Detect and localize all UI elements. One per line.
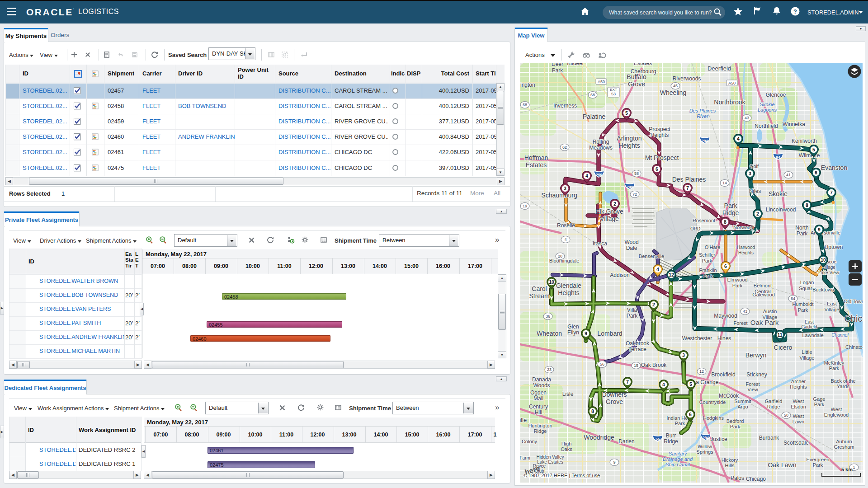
svg-text:Oak Park: Oak Park <box>750 319 779 326</box>
svg-text:Ridge: Ridge <box>722 209 739 216</box>
svg-text:Oaks: Oaks <box>561 446 572 452</box>
svg-text:Villa: Villa <box>627 307 637 313</box>
svg-text:50: 50 <box>784 413 788 418</box>
svg-text:64: 64 <box>791 296 795 301</box>
svg-text:ville: ville <box>520 417 527 423</box>
svg-text:Austin: Austin <box>763 309 777 314</box>
svg-text:West: West <box>793 399 804 404</box>
svg-text:O'Hare: O'Hare <box>705 244 721 250</box>
svg-text:Palos: Palos <box>731 475 744 481</box>
svg-text:Skokie: Skokie <box>760 102 774 107</box>
svg-text:Springs: Springs <box>696 449 713 455</box>
svg-text:41: 41 <box>786 173 791 177</box>
svg-text:Woodridge: Woodridge <box>584 434 614 441</box>
svg-text:Park: Park <box>730 424 741 429</box>
svg-text:Village: Village <box>825 307 840 312</box>
svg-text:North: North <box>795 225 808 231</box>
svg-text:Bloomingdale: Bloomingdale <box>549 258 580 263</box>
svg-text:3: 3 <box>749 171 751 176</box>
svg-text:Lombard: Lombard <box>597 330 622 337</box>
svg-text:Schiller: Schiller <box>699 252 715 258</box>
svg-text:Park: Park <box>797 230 808 237</box>
svg-text:10: 10 <box>549 279 554 285</box>
svg-text:4: 4 <box>662 382 665 387</box>
svg-text:Kildeer: Kildeer <box>567 63 584 66</box>
svg-text:Hoffman: Hoffman <box>524 154 548 161</box>
svg-text:Wheeling: Wheeling <box>660 89 686 96</box>
svg-text:Rolling: Rolling <box>593 139 609 145</box>
svg-text:Itasca: Itasca <box>593 240 607 247</box>
svg-text:Glencoe: Glencoe <box>766 92 786 98</box>
svg-text:Skokie: Skokie <box>769 190 788 197</box>
svg-text:Deer: Deer <box>552 63 563 67</box>
svg-text:4: 4 <box>737 136 740 141</box>
svg-text:Burbank: Burbank <box>759 435 780 441</box>
svg-text:River: River <box>697 113 709 119</box>
svg-text:Lincolnwood: Lincolnwood <box>766 206 796 213</box>
svg-text:Hodgkins: Hodgkins <box>703 415 724 421</box>
svg-text:Chinato: Chinato <box>845 344 863 350</box>
svg-text:Old Town: Old Town <box>844 299 863 304</box>
svg-text:Estates: Estates <box>634 63 652 66</box>
svg-text:Heights: Heights <box>738 250 754 255</box>
svg-text:Logan: Logan <box>800 280 814 285</box>
svg-text:Uptown: Uptown <box>825 244 843 250</box>
svg-text:5: 5 <box>625 110 628 116</box>
svg-text:Park: Park <box>702 258 712 263</box>
svg-text:Terrace: Terrace <box>628 346 646 352</box>
svg-text:Heights: Heights <box>618 142 640 149</box>
svg-text:Arlington: Arlington <box>617 135 642 142</box>
svg-text:4: 4 <box>564 237 566 242</box>
svg-text:Village: Village <box>800 355 815 361</box>
svg-text:8: 8 <box>806 202 808 208</box>
svg-text:4: 4 <box>656 267 659 272</box>
svg-text:Hickory: Hickory <box>722 457 738 463</box>
svg-text:ORD: ORD <box>690 226 700 231</box>
svg-text:Northbrook: Northbrook <box>714 99 745 106</box>
svg-text:11: 11 <box>777 332 782 338</box>
svg-text:Archer: Archer <box>791 379 806 384</box>
svg-text:Hills: Hills <box>725 463 735 468</box>
svg-text:56: 56 <box>600 362 604 366</box>
svg-text:Bedford: Bedford <box>726 418 744 424</box>
svg-text:Gage: Gage <box>813 396 826 402</box>
svg-text:Galewood: Galewood <box>752 292 775 297</box>
svg-text:62: 62 <box>562 145 567 150</box>
svg-text:Mall: Mall <box>533 395 543 402</box>
svg-text:294: 294 <box>702 139 708 143</box>
svg-text:5: 5 <box>812 147 815 152</box>
svg-text:Burr: Burr <box>666 432 676 439</box>
svg-text:2: 2 <box>652 302 655 307</box>
svg-text:6: 6 <box>724 263 727 269</box>
svg-text:53: 53 <box>611 92 616 96</box>
svg-text:Grove: Grove <box>628 80 645 88</box>
svg-text:Bucktown: Bucktown <box>812 287 834 292</box>
svg-text:Berwyn: Berwyn <box>745 352 767 359</box>
svg-text:Golf: Golf <box>750 164 759 169</box>
svg-text:Wood: Wood <box>624 239 638 245</box>
svg-text:55: 55 <box>656 437 660 441</box>
svg-text:6: 6 <box>656 166 658 172</box>
svg-text:2: 2 <box>613 201 616 206</box>
svg-text:Oak Brook: Oak Brook <box>641 362 667 368</box>
svg-text:10: 10 <box>821 257 826 263</box>
svg-text:Justice: Justice <box>710 436 727 442</box>
svg-text:Stream: Stream <box>529 292 549 300</box>
svg-text:2: 2 <box>756 211 759 216</box>
svg-text:Riverwoods: Riverwoods <box>673 75 701 82</box>
svg-text:Humboldt: Humboldt <box>792 301 813 307</box>
svg-text:12: 12 <box>669 272 674 277</box>
svg-text:Oak Lawn: Oak Lawn <box>768 461 796 469</box>
svg-text:Sanitary: Sanitary <box>669 451 688 456</box>
svg-text:East: East <box>827 301 837 306</box>
svg-text:Englewood: Englewood <box>824 412 849 418</box>
svg-text:6: 6 <box>689 412 692 417</box>
svg-text:Glendale: Glendale <box>556 282 581 289</box>
svg-text:Scottsdale: Scottsdale <box>783 440 809 446</box>
svg-text:Gresham: Gresham <box>834 444 854 450</box>
svg-text:Deerfield: Deerfield <box>708 65 731 72</box>
svg-text:5 km: 5 km <box>841 467 853 472</box>
svg-text:Carol: Carol <box>532 285 547 292</box>
svg-text:15: 15 <box>634 363 638 368</box>
svg-text:7: 7 <box>686 185 689 191</box>
